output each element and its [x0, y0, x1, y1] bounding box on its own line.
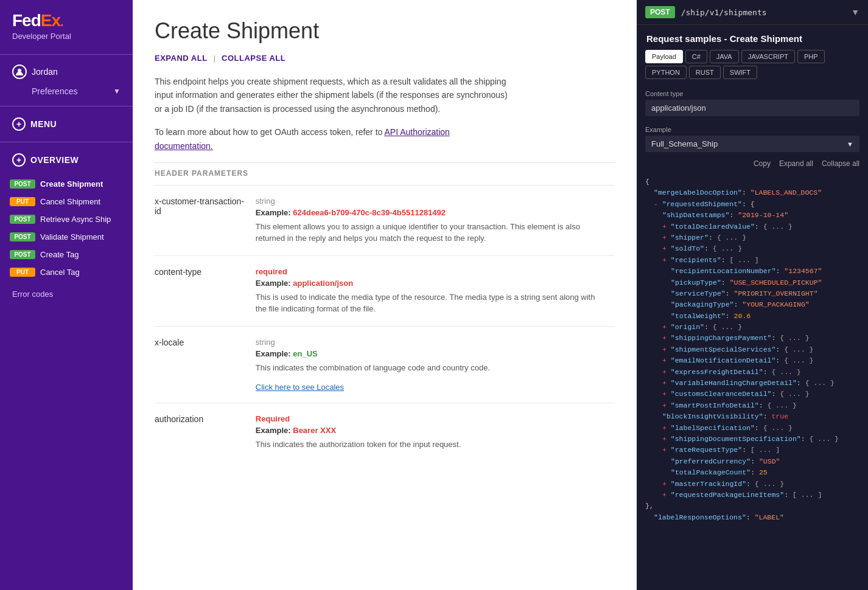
code-value-collapsed: { ... } [810, 435, 839, 443]
language-tab[interactable]: PYTHON [645, 66, 687, 79]
code-block: {"mergeLabelDocOption": "LABELS_AND_DOCS… [637, 172, 868, 590]
divider-3 [0, 142, 133, 142]
code-key: "shippingChargesPayment" [671, 334, 772, 342]
code-line: "pickupType": "USE_SCHEDULED_PICKUP" [671, 277, 859, 288]
language-tab[interactable]: RUST [689, 66, 721, 79]
expand-icon[interactable]: + [662, 480, 671, 488]
code-key: "shipmentSpecialServices" [671, 345, 776, 353]
expand-icon[interactable]: + [662, 234, 671, 241]
table-row: x-localestringExample: en_USThis indicat… [155, 326, 615, 403]
code-value-collapsed: { ... } [771, 368, 800, 376]
expand-icon[interactable]: + [662, 379, 671, 387]
expand-icon[interactable]: + [662, 401, 671, 409]
code-value-str: "USD" [759, 457, 780, 465]
language-tab[interactable]: JAVASCRIPT [741, 50, 795, 63]
expand-icon[interactable]: + [662, 256, 671, 264]
locales-link[interactable]: Click here to see Locales [256, 383, 344, 392]
code-key: "blockInsightVisibility" [662, 412, 763, 420]
language-tab[interactable]: SWIFT [723, 66, 757, 79]
param-details: requiredExample: application/jsonThis is… [256, 255, 615, 326]
expand-icon[interactable]: + [662, 491, 671, 499]
code-line: + "labelSpecification": { ... } [662, 423, 859, 434]
colon: : [801, 435, 810, 443]
expand-icon[interactable]: + [662, 345, 671, 353]
param-name: x-customer-transaction-id [155, 185, 256, 255]
expand-icon[interactable]: + [662, 334, 671, 342]
content-type-input: application/json [645, 100, 859, 116]
nav-item[interactable]: POSTCreate Tag [0, 246, 133, 263]
nav-item[interactable]: PUTCancel Shipment [0, 193, 133, 210]
colon: : [784, 491, 793, 499]
language-tab[interactable]: C# [685, 50, 707, 63]
code-key: "customsClearanceDetail" [671, 390, 772, 398]
param-name: x-locale [155, 326, 256, 403]
language-tab[interactable]: Payload [645, 50, 683, 63]
colon: : [742, 189, 751, 196]
nav-item[interactable]: POSTCreate Shipment [0, 175, 133, 193]
colon: : [742, 200, 751, 208]
code-line: "packagingType": "YOUR_PACKAGING" [671, 299, 859, 310]
language-tab[interactable]: PHP [797, 50, 825, 63]
param-details: stringExample: en_USThis indicates the c… [256, 326, 615, 403]
nav-badge: POST [10, 215, 35, 224]
code-key: "totalPackageCount" [671, 468, 751, 476]
expand-icon[interactable]: + [662, 356, 671, 364]
param-example-value: en_US [293, 349, 317, 358]
expand-icon[interactable]: + [662, 323, 671, 331]
code-key: "recipientLocationNumber" [671, 267, 776, 275]
code-line: "mergeLabelDocOption": "LABELS_AND_DOCS" [654, 187, 859, 198]
param-example: Example: en_US [256, 349, 607, 358]
preferences-row[interactable]: Preferences ▼ [0, 84, 133, 101]
expand-icon[interactable]: + [662, 446, 671, 454]
expand-all-code-button[interactable]: Expand all [779, 159, 813, 168]
collapse-all-code-button[interactable]: Collapse all [822, 159, 859, 168]
chevron-icon[interactable]: ▼ [851, 7, 859, 17]
description-2-text: To learn more about how to get OAuth acc… [155, 127, 382, 137]
expand-icon[interactable]: + [662, 424, 671, 432]
collapse-icon[interactable]: - [654, 200, 662, 208]
code-value-num: 20.6 [734, 312, 751, 320]
divider-2 [0, 106, 133, 106]
nav-badge: POST [10, 179, 35, 189]
nav-item-label: Validate Shipment [40, 232, 104, 241]
nav-item-label: Cancel Tag [40, 268, 80, 277]
code-line: + "shipmentSpecialServices": { ... } [662, 344, 859, 355]
code-key: "rateRequestType" [671, 446, 742, 454]
colon: : [721, 256, 730, 264]
nav-item[interactable]: POSTRetrieve Async Ship [0, 210, 133, 228]
menu-label: MENU [30, 119, 57, 129]
request-samples-title: Request samples - Create Shipment [637, 25, 868, 50]
code-line: - "requestedShipment": { [654, 199, 859, 210]
collapse-all-link[interactable]: COLLAPSE ALL [222, 54, 285, 63]
expand-icon[interactable]: + [662, 390, 671, 398]
expand-icon[interactable]: + [662, 435, 671, 443]
param-description: This indicates the authorization token f… [256, 439, 607, 451]
code-line: { [645, 176, 859, 187]
copy-button[interactable]: Copy [754, 159, 771, 168]
code-value-str: "USE_SCHEDULED_PICKUP" [730, 279, 822, 286]
code-key: "packagingType" [671, 300, 734, 308]
menu-section[interactable]: + MENU [0, 111, 133, 137]
expand-icon[interactable]: + [662, 245, 671, 252]
colon: : [771, 334, 780, 342]
nav-item[interactable]: PUTCancel Tag [0, 263, 133, 281]
expand-icon[interactable]: + [662, 223, 671, 231]
example-section: Example Full_Schema_Ship ▼ [637, 121, 868, 157]
example-select[interactable]: Full_Schema_Ship ▼ [645, 136, 859, 152]
nav-item[interactable]: POSTValidate Shipment [0, 228, 133, 246]
expand-icon[interactable]: + [662, 368, 671, 376]
language-tabs: PayloadC#JAVAJAVASCRIPTPHPPYTHONRUSTSWIF… [637, 50, 868, 85]
code-value-collapsed: { ... } [755, 480, 784, 488]
expand-collapse-bar: EXPAND ALL | COLLAPSE ALL [155, 54, 615, 63]
code-key: "preferredCurrency" [671, 457, 751, 465]
expand-all-link[interactable]: EXPAND ALL [155, 54, 208, 63]
user-section[interactable]: Jordan [0, 60, 133, 84]
page-title: Create Shipment [155, 18, 615, 44]
code-key: "shipDatestamps" [662, 211, 729, 219]
code-line: + "masterTrackingId": { ... } [662, 479, 859, 490]
error-codes-link[interactable]: Error codes [0, 283, 133, 305]
language-tab[interactable]: JAVA [710, 50, 739, 63]
divider-1 [0, 54, 133, 55]
overview-section[interactable]: + OVERVIEW [0, 147, 133, 173]
description-2: To learn more about how to get OAuth acc… [155, 125, 508, 153]
